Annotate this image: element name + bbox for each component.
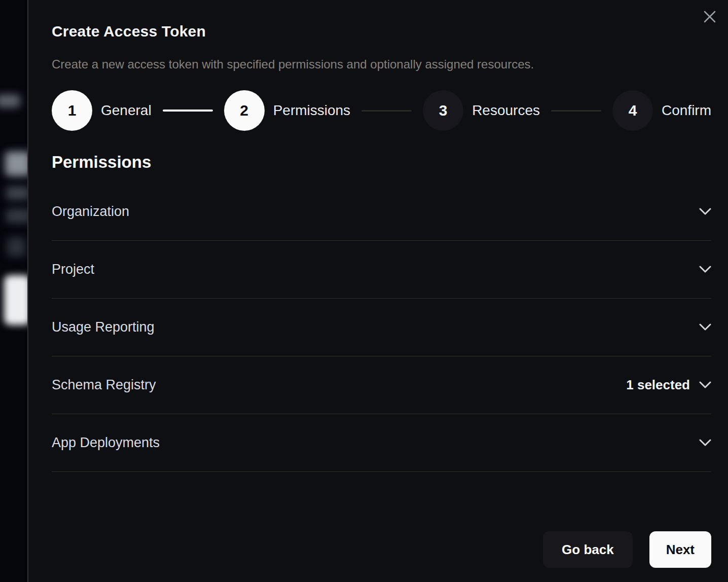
step-general[interactable]: 1 General (52, 90, 152, 131)
step-1-circle: 1 (52, 90, 92, 131)
group-right: 1 selected (626, 377, 711, 393)
step-2-label: Permissions (273, 102, 350, 119)
chevron-down-icon (699, 266, 711, 273)
blurred-sidebar-item (6, 209, 28, 223)
step-4-label: Confirm (662, 102, 711, 119)
group-right (699, 208, 711, 215)
modal-footer: Go back Next (543, 531, 711, 568)
step-resources[interactable]: 3 Resources (423, 90, 540, 131)
group-right (699, 266, 711, 273)
modal-title: Create Access Token (52, 22, 711, 41)
permission-group-organization[interactable]: Organization (52, 183, 711, 241)
permission-group-schema-registry[interactable]: Schema Registry 1 selected (52, 356, 711, 414)
group-label: Organization (52, 204, 129, 220)
step-4-number: 4 (629, 102, 637, 119)
modal-subtitle: Create a new access token with specified… (52, 57, 711, 71)
step-3-circle: 3 (423, 90, 463, 131)
close-button[interactable] (701, 8, 719, 26)
blurred-sidebar-item (4, 275, 28, 325)
step-connector-1-2 (163, 110, 213, 112)
group-label: Project (52, 262, 94, 277)
chevron-down-icon (699, 439, 711, 447)
step-2-circle: 2 (224, 90, 265, 131)
background-app-sidebar (0, 0, 28, 582)
blurred-sidebar-item (7, 237, 25, 257)
permission-group-app-deployments[interactable]: App Deployments (52, 414, 711, 472)
chevron-down-icon (699, 381, 711, 389)
next-button[interactable]: Next (649, 531, 711, 568)
group-selected-count: 1 selected (626, 377, 690, 393)
step-4-circle: 4 (612, 90, 653, 131)
blurred-sidebar-item (6, 187, 28, 200)
group-label: Schema Registry (52, 377, 156, 393)
blurred-sidebar-item (0, 94, 20, 107)
group-label: App Deployments (52, 435, 160, 451)
group-right (699, 323, 711, 331)
blurred-sidebar-item (5, 152, 28, 176)
chevron-down-icon (699, 323, 711, 331)
step-2-number: 2 (240, 102, 248, 119)
go-back-button[interactable]: Go back (543, 531, 633, 568)
step-1-number: 1 (68, 102, 77, 119)
chevron-down-icon (699, 208, 711, 215)
step-3-number: 3 (439, 102, 448, 119)
permission-groups: Organization Project Usage Reporting (52, 183, 711, 472)
wizard-stepper: 1 General 2 Permissions 3 Resources 4 Co… (52, 90, 711, 131)
step-connector-2-3 (361, 110, 412, 112)
step-permissions[interactable]: 2 Permissions (224, 90, 350, 131)
step-connector-3-4 (551, 110, 601, 112)
create-access-token-modal: Create Access Token Create a new access … (27, 0, 728, 582)
step-1-label: General (101, 102, 152, 119)
permissions-heading: Permissions (52, 153, 711, 171)
group-right (699, 439, 711, 447)
permission-group-usage-reporting[interactable]: Usage Reporting (52, 299, 711, 356)
permission-group-project[interactable]: Project (52, 241, 711, 299)
step-3-label: Resources (472, 102, 540, 119)
close-icon (703, 10, 716, 25)
group-label: Usage Reporting (52, 319, 155, 335)
step-confirm[interactable]: 4 Confirm (612, 90, 711, 131)
